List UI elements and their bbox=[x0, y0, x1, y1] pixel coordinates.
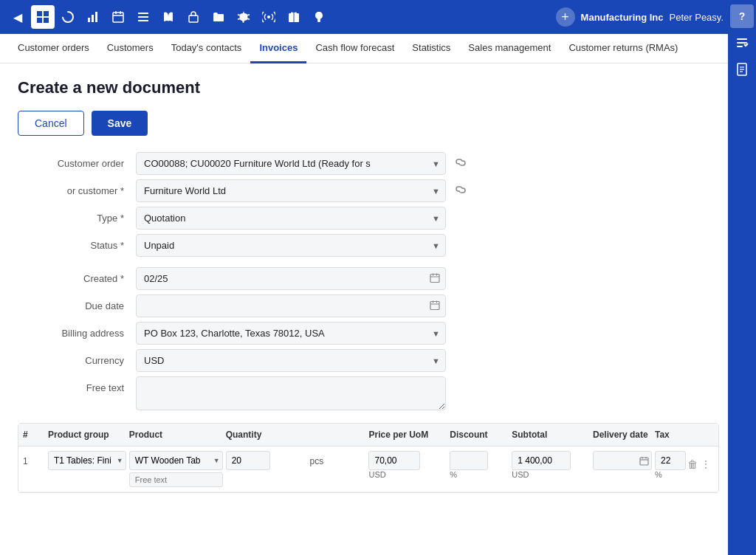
billing-address-select[interactable]: PO Box 123, Charlotte, Texas 78012, USA bbox=[136, 322, 446, 345]
price-input[interactable] bbox=[368, 451, 420, 470]
table-row: 1 T1 Tables: Finish ▼ WT Wooden Tab ▼ bbox=[18, 447, 718, 492]
document-icon[interactable] bbox=[730, 58, 754, 81]
nav-customer-orders[interactable]: Customer orders bbox=[9, 34, 98, 63]
status-label: Status * bbox=[18, 234, 136, 251]
delivery-date-input[interactable] bbox=[593, 451, 652, 470]
add-button[interactable]: + bbox=[556, 7, 575, 27]
svg-rect-29 bbox=[430, 274, 439, 282]
user-name: Peter Peasy. bbox=[670, 12, 724, 23]
nav-cash-flow[interactable]: Cash flow forecast bbox=[306, 34, 403, 63]
svg-rect-7 bbox=[37, 11, 42, 16]
nav-todays-contacts[interactable]: Today's contacts bbox=[162, 34, 251, 63]
more-options-icon[interactable]: ⋮ bbox=[701, 455, 711, 470]
gift-icon[interactable] bbox=[282, 5, 306, 29]
product-group-cell: T1 Tables: Finish ▼ bbox=[48, 451, 126, 470]
created-row: Created * bbox=[18, 267, 719, 290]
type-label: Type * bbox=[18, 207, 136, 224]
tax-unit: % bbox=[655, 470, 684, 479]
customer-order-row: Customer order CO00088; CU00020 Furnitur… bbox=[18, 152, 719, 175]
billing-address-row: Billing address PO Box 123, Charlotte, T… bbox=[18, 322, 719, 345]
app-logo[interactable] bbox=[31, 5, 55, 29]
col-price: Price per UoM bbox=[368, 430, 447, 440]
book-icon[interactable] bbox=[157, 5, 180, 29]
bag-icon[interactable] bbox=[182, 5, 205, 29]
svg-rect-9 bbox=[37, 18, 42, 23]
svg-rect-28 bbox=[317, 21, 320, 22]
or-customer-link-icon[interactable] bbox=[450, 179, 471, 200]
product-free-text[interactable] bbox=[129, 472, 223, 487]
customer-order-label: Customer order bbox=[18, 152, 136, 169]
col-tax: Tax bbox=[655, 430, 684, 440]
discount-input[interactable] bbox=[450, 451, 488, 470]
created-calendar-icon[interactable] bbox=[430, 272, 440, 285]
svg-point-11 bbox=[63, 12, 73, 22]
nav-sales-management[interactable]: Sales management bbox=[459, 34, 560, 63]
tax-input[interactable] bbox=[655, 451, 686, 470]
delete-row-icon[interactable]: 🗑 bbox=[687, 455, 698, 470]
svg-rect-0 bbox=[737, 38, 747, 40]
or-customer-select[interactable]: Furniture World Ltd bbox=[136, 179, 446, 202]
cancel-button[interactable]: Cancel bbox=[18, 111, 84, 136]
free-text-input[interactable] bbox=[136, 376, 446, 410]
col-product-group: Product group bbox=[48, 430, 126, 440]
tax-cell: % bbox=[655, 451, 684, 479]
quantity-input[interactable] bbox=[226, 451, 270, 470]
table-header: # Product group Product Quantity Price p… bbox=[18, 424, 718, 447]
nav-statistics[interactable]: Statistics bbox=[403, 34, 459, 63]
bulb-icon[interactable] bbox=[307, 5, 331, 29]
product-group-select[interactable]: T1 Tables: Finish bbox=[48, 451, 126, 470]
status-select[interactable]: Unpaid bbox=[136, 234, 446, 257]
billing-address-label: Billing address bbox=[18, 322, 136, 339]
subtotal-currency: USD bbox=[512, 470, 590, 479]
spinner-icon[interactable] bbox=[56, 5, 80, 29]
svg-rect-12 bbox=[88, 18, 90, 22]
product-select[interactable]: WT Wooden Tab bbox=[129, 451, 223, 470]
row-number: 1 bbox=[23, 451, 45, 466]
due-date-row: Due date bbox=[18, 294, 719, 317]
checklist-icon[interactable] bbox=[730, 31, 754, 55]
gear-icon[interactable] bbox=[232, 5, 255, 29]
free-text-label: Free text bbox=[18, 376, 136, 393]
save-button[interactable]: Save bbox=[92, 111, 148, 136]
currency-row: Currency USD ▼ bbox=[18, 349, 719, 372]
due-date-label: Due date bbox=[18, 294, 136, 311]
created-input[interactable] bbox=[136, 267, 446, 290]
chart-icon[interactable] bbox=[81, 5, 105, 29]
svg-rect-1 bbox=[737, 42, 747, 44]
price-cell: USD bbox=[368, 451, 447, 479]
currency-select[interactable]: USD bbox=[136, 349, 446, 372]
col-delivery: Delivery date bbox=[593, 430, 652, 440]
svg-rect-13 bbox=[92, 15, 94, 22]
nav-customers[interactable]: Customers bbox=[98, 34, 162, 63]
list-icon[interactable] bbox=[131, 5, 155, 29]
signal-icon[interactable] bbox=[257, 5, 281, 29]
svg-rect-20 bbox=[138, 16, 148, 18]
top-toolbar: ◀ bbox=[0, 0, 756, 34]
main-content: Create a new document Cancel Save Custom… bbox=[0, 63, 756, 555]
svg-rect-14 bbox=[95, 12, 97, 22]
delivery-date-cell bbox=[593, 451, 652, 470]
col-num: # bbox=[23, 430, 45, 440]
calendar-nav-icon[interactable] bbox=[106, 5, 130, 29]
company-name: Manufacturing Inc bbox=[581, 12, 664, 23]
svg-rect-33 bbox=[430, 301, 439, 309]
nav-customer-returns[interactable]: Customer returns (RMAs) bbox=[560, 34, 687, 63]
due-date-input[interactable] bbox=[136, 294, 446, 317]
back-icon[interactable]: ◀ bbox=[6, 5, 30, 29]
or-customer-row: or customer * Furniture World Ltd ▼ bbox=[18, 179, 719, 202]
svg-rect-19 bbox=[138, 13, 148, 14]
nav-invoices[interactable]: Invoices bbox=[250, 34, 306, 63]
quantity-cell bbox=[226, 451, 304, 470]
or-customer-label: or customer * bbox=[18, 179, 136, 196]
type-select[interactable]: Quotation bbox=[136, 207, 446, 230]
svg-rect-10 bbox=[44, 18, 49, 23]
customer-order-link-icon[interactable] bbox=[450, 152, 471, 173]
action-buttons: Cancel Save bbox=[18, 111, 719, 136]
customer-order-select[interactable]: CO00088; CU00020 Furniture World Ltd (Re… bbox=[136, 152, 446, 175]
help-icon[interactable]: ? bbox=[730, 4, 754, 28]
created-label: Created * bbox=[18, 267, 136, 284]
form-section: Customer order CO00088; CU00020 Furnitur… bbox=[18, 152, 719, 413]
due-date-calendar-icon[interactable] bbox=[430, 300, 440, 312]
subtotal-input[interactable] bbox=[512, 451, 571, 470]
folder-icon[interactable] bbox=[207, 5, 230, 29]
